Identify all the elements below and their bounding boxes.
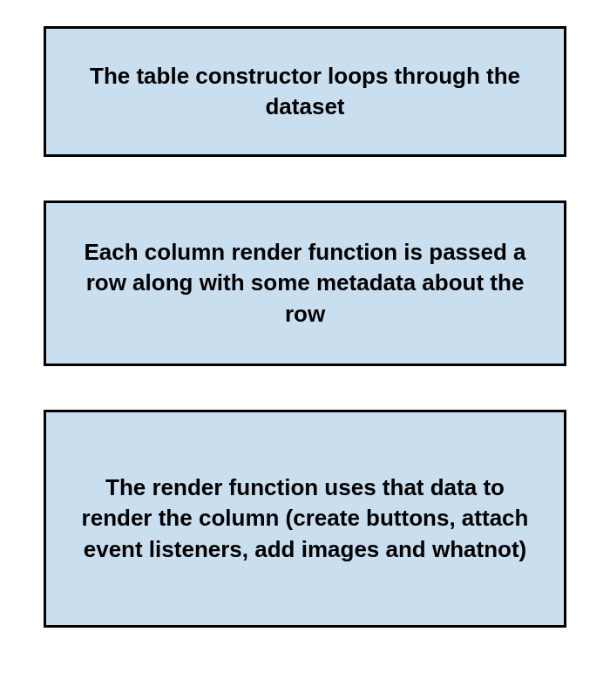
diagram-box-3: The render function uses that data to re… [44, 410, 566, 628]
diagram-box-2: Each column render function is passed a … [44, 200, 566, 366]
diagram-box-3-text: The render function uses that data to re… [68, 472, 542, 564]
diagram-box-2-text: Each column render function is passed a … [68, 237, 542, 329]
diagram-box-1-text: The table constructor loops through the … [68, 61, 542, 122]
diagram-box-1: The table constructor loops through the … [44, 26, 566, 157]
